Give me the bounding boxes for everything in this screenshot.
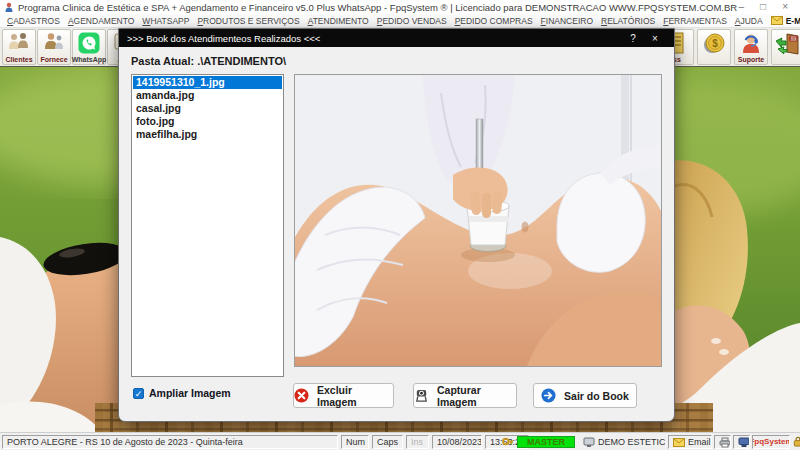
excluir-imagem-button[interactable]: Excluir Imagem [293,383,394,408]
photo-preview [294,74,662,367]
menu-cadastros[interactable]: CADASTROS [3,16,64,26]
status-num-lock: Num [341,435,369,449]
app-logo-icon [4,2,14,12]
camera-icon [414,388,429,403]
menu-whatsapp[interactable]: WHATSAPP [138,16,193,26]
status-caps-lock: Caps [372,435,403,449]
list-item[interactable]: maefilha.jpg [133,128,282,141]
book-dialog: >>> Book dos Atendimenteos Realizados <<… [118,28,675,422]
svg-text:EXIT: EXIT [790,37,799,41]
toolbar-sair-button[interactable]: EXIT [771,29,800,65]
support-headset-icon [739,32,763,54]
toolbar-moeda-button[interactable]: $ [697,29,731,65]
status-brand: FpqSystem [752,435,790,449]
svg-text:$: $ [712,38,718,49]
menu-agendamento[interactable]: AGENDAMENTO [64,16,138,26]
status-printer-button[interactable] [714,435,731,449]
email-icon [771,15,783,26]
whatsapp-icon [78,32,100,54]
dialog-title: >>> Book dos Atendimenteos Realizados <<… [127,33,622,44]
exit-door-icon: EXIT [775,32,800,56]
list-item[interactable]: amanda.jpg [133,89,282,102]
dialog-close-button[interactable]: × [644,33,666,44]
dialog-help-button[interactable]: ? [622,33,644,44]
current-folder-label: Pasta Atual: .\ATENDIMENTO\ [131,55,286,67]
ampliar-imagem-checkbox[interactable]: Ampliar Imagem [133,387,231,399]
toolbar-clientes-button[interactable]: Clientes [2,29,36,65]
capturar-imagem-button[interactable]: Capturar Imagem [413,383,517,408]
close-button[interactable]: × [782,1,788,13]
monitor-icon [738,437,750,448]
maximize-button[interactable]: □ [760,1,766,13]
coin-icon: $ [701,32,727,56]
menu-pedido-vendas[interactable]: PEDIDO VENDAS [373,16,451,26]
toolbar-whatsapp-button[interactable]: WhatsApp [72,29,106,65]
minimize-button[interactable]: – [739,1,745,13]
dialog-titlebar: >>> Book dos Atendimenteos Realizados <<… [119,29,674,47]
status-email-button[interactable]: Email [668,435,712,449]
license-master-badge: MASTER [517,436,575,448]
exit-arrow-icon [541,388,556,403]
list-item[interactable]: 1419951310_1.jpg [133,76,282,89]
status-date: 10/08/2023 [432,435,482,449]
menu-relatorios[interactable]: RELATÓRIOS [597,16,659,26]
window-titlebar: Programa Clinica de Estética e SPA + Age… [0,0,800,14]
status-location-date: PORTO ALEGRE - RS 10 de Agosto de 2023 -… [2,435,338,449]
status-terminal-button[interactable] [733,435,750,449]
menu-atendimento[interactable]: ATENDIMENTO [304,16,373,26]
delete-icon [294,388,309,403]
menu-ajuda[interactable]: AJUDA [731,16,767,26]
clients-icon [7,32,31,52]
lock-icon [792,436,800,447]
window-title: Programa Clinica de Estética e SPA + Age… [18,2,739,13]
menu-ferramentas[interactable]: FERRAMENTAS [659,16,731,26]
checkbox-checked-icon [133,388,144,399]
toolbar-suporte-button[interactable]: Suporte [734,29,768,65]
license-key-icon [502,436,514,447]
computer-icon [583,437,595,448]
toolbar-fornecedor-button[interactable]: Fornece [37,29,71,65]
menu-email[interactable]: E-MAIL [767,15,800,26]
menu-financeiro[interactable]: FINANCEIRO [537,16,597,26]
menu-pedido-compras[interactable]: PEDIDO COMPRAS [451,16,537,26]
dialog-body: Pasta Atual: .\ATENDIMENTO\ 1419951310_1… [119,47,674,422]
email-icon [673,437,685,448]
image-file-list[interactable]: 1419951310_1.jpg amanda.jpg casal.jpg fo… [131,74,284,377]
status-system-name: DEMO ESTETICA 5.0 [578,435,666,449]
list-item[interactable]: foto.jpg [133,115,282,128]
supplier-icon [42,32,66,52]
menu-bar: CADASTROS AGENDAMENTO WHATSAPP PRODUTOS … [0,14,800,28]
printer-icon [719,437,731,448]
sair-do-book-button[interactable]: Sair do Book [533,383,637,408]
list-item[interactable]: casal.jpg [133,102,282,115]
menu-produtos-servicos[interactable]: PRODUTOS E SERVIÇOS [193,16,303,26]
status-bar: PORTO ALEGRE - RS 10 de Agosto de 2023 -… [0,432,800,450]
status-insert: Ins [406,435,429,449]
